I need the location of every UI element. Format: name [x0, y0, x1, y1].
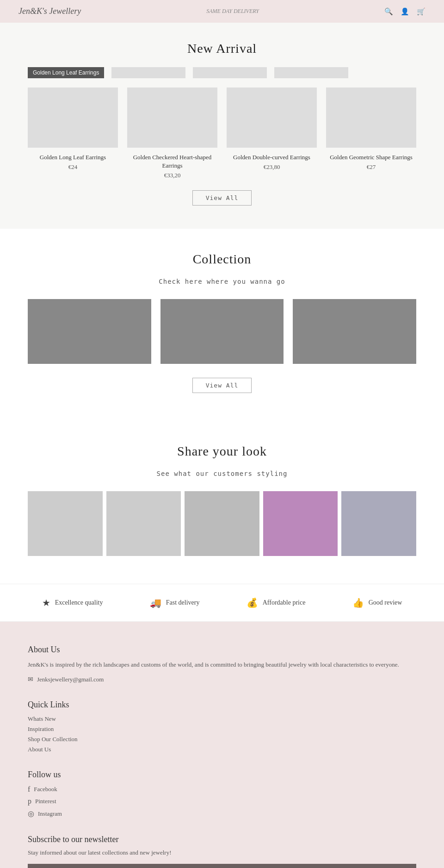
pinterest-label: Pinterest: [35, 798, 56, 805]
collection-item-1[interactable]: [160, 299, 284, 364]
footer-follow: Follow us f Facebook p Pinterest ◎ Insta…: [28, 770, 416, 818]
collection-title: Collection: [28, 252, 416, 267]
feature-review: 👍 Good review: [352, 597, 402, 608]
excellence-label: Excellence quality: [55, 599, 103, 606]
share-subtitle: See what our customers styling: [28, 470, 416, 477]
delivery-label: Fast delivery: [166, 599, 200, 606]
new-arrival-view-all-wrap: View All: [28, 190, 416, 206]
product-tab-0[interactable]: Golden Long Leaf Earrings: [28, 67, 104, 78]
nav-icons: 🔍 👤 🛒: [384, 7, 426, 16]
collection-item-2[interactable]: [293, 299, 416, 364]
share-item-1: [106, 491, 181, 556]
new-arrival-title: New Arrival: [28, 41, 416, 56]
product-image-3: [326, 87, 416, 148]
footer-newsletter: Subscribe to our newsletter Stay informe…: [28, 835, 416, 868]
products-grid: Golden Long Leaf Earrings €24 Golden Che…: [28, 87, 416, 179]
collection-section: Collection Check here where you wanna go…: [0, 229, 444, 421]
product-price-0: €24: [28, 163, 118, 171]
user-icon[interactable]: 👤: [401, 7, 409, 16]
newsletter-email-input[interactable]: [28, 864, 395, 868]
collection-grid: [28, 299, 416, 364]
product-card-0[interactable]: Golden Long Leaf Earrings €24: [28, 87, 118, 179]
price-icon: 💰: [247, 597, 258, 608]
collection-item-0[interactable]: [28, 299, 151, 364]
share-section: Share your look See what our customers s…: [0, 421, 444, 584]
footer-link-whats-new[interactable]: Whats New: [28, 715, 416, 723]
pinterest-icon: p: [28, 797, 31, 806]
search-icon[interactable]: 🔍: [384, 7, 393, 16]
product-tab-1[interactable]: [111, 67, 185, 78]
product-tab-3[interactable]: [274, 67, 348, 78]
product-name-0: Golden Long Leaf Earrings: [28, 153, 118, 162]
footer-quick-links-title: Quick Links: [28, 700, 416, 710]
share-item-0: [28, 491, 103, 556]
review-icon: 👍: [352, 597, 364, 608]
share-item-4: [341, 491, 416, 556]
feature-excellence: ★ Excellence quality: [42, 597, 103, 608]
product-name-2: Golden Double-curved Earrings: [227, 153, 317, 162]
footer-about-text: Jen&K's is inspired by the rich landscap…: [28, 660, 416, 670]
features-bar: ★ Excellence quality 🚚 Fast delivery 💰 A…: [0, 584, 444, 622]
navbar: Jen&K's Jewellery SAME DAY DELIVERY 🔍 👤 …: [0, 0, 444, 23]
nav-promo: SAME DAY DELIVERY: [206, 8, 259, 15]
collection-view-all-button[interactable]: View All: [192, 378, 252, 393]
product-name-3: Golden Geometric Shape Earrings: [326, 153, 416, 162]
share-item-2: [185, 491, 259, 556]
product-image-1: [127, 87, 217, 148]
review-label: Good review: [369, 599, 402, 606]
instagram-label: Instagram: [38, 810, 62, 818]
price-label: Affordable price: [263, 599, 306, 606]
product-tabs: Golden Long Leaf Earrings: [28, 67, 416, 78]
feature-delivery: 🚚 Fast delivery: [150, 597, 200, 608]
footer-quick-links: Quick Links Whats New Inspiration Shop O…: [28, 700, 416, 753]
nav-logo: Jen&K's Jewellery: [18, 6, 81, 16]
social-pinterest[interactable]: p Pinterest: [28, 797, 416, 806]
social-instagram[interactable]: ◎ Instagram: [28, 809, 416, 818]
instagram-icon: ◎: [28, 809, 34, 818]
nav-links: SAME DAY DELIVERY: [206, 8, 259, 15]
newsletter-title: Subscribe to our newsletter: [28, 835, 416, 844]
facebook-icon: f: [28, 785, 30, 793]
footer: About Us Jen&K's is inspired by the rich…: [0, 622, 444, 868]
excellence-icon: ★: [42, 597, 50, 608]
product-tab-2[interactable]: [193, 67, 267, 78]
product-card-3[interactable]: Golden Geometric Shape Earrings €27: [326, 87, 416, 179]
footer-follow-title: Follow us: [28, 770, 416, 780]
feature-price: 💰 Affordable price: [247, 597, 306, 608]
product-card-1[interactable]: Golden Checkered Heart-shaped Earrings €…: [127, 87, 217, 179]
newsletter-subtitle: Stay informed about our latest collectio…: [28, 849, 416, 856]
delivery-icon: 🚚: [150, 597, 161, 608]
product-price-3: €27: [326, 163, 416, 171]
share-grid: [28, 491, 416, 556]
product-price-1: €33,20: [127, 172, 217, 179]
newsletter-form: ✉: [28, 864, 416, 868]
product-image-2: [227, 87, 317, 148]
email-icon: ✉: [28, 675, 33, 683]
footer-email: ✉ Jenksjewellery@gmail.com: [28, 675, 416, 683]
product-name-1: Golden Checkered Heart-shaped Earrings: [127, 153, 217, 170]
product-card-2[interactable]: Golden Double-curved Earrings €23,80: [227, 87, 317, 179]
footer-link-shop[interactable]: Shop Our Collection: [28, 736, 416, 743]
footer-about-title: About Us: [28, 645, 416, 655]
footer-link-inspiration[interactable]: Inspiration: [28, 725, 416, 733]
collection-view-all-wrap: View All: [28, 378, 416, 393]
collection-subtitle: Check here where you wanna go: [28, 278, 416, 285]
share-item-3: [263, 491, 338, 556]
newsletter-submit-button[interactable]: ✉: [395, 864, 416, 868]
share-title: Share your look: [28, 444, 416, 459]
footer-link-about[interactable]: About Us: [28, 746, 416, 753]
product-image-0: [28, 87, 118, 148]
footer-about: About Us Jen&K's is inspired by the rich…: [28, 645, 416, 683]
new-arrival-section: New Arrival Golden Long Leaf Earrings Go…: [0, 23, 444, 229]
footer-email-address: Jenksjewellery@gmail.com: [37, 676, 104, 683]
cart-icon[interactable]: 🛒: [417, 7, 426, 16]
social-facebook[interactable]: f Facebook: [28, 785, 416, 793]
facebook-label: Facebook: [34, 786, 57, 793]
new-arrival-view-all-button[interactable]: View All: [192, 190, 252, 206]
product-price-2: €23,80: [227, 163, 317, 171]
